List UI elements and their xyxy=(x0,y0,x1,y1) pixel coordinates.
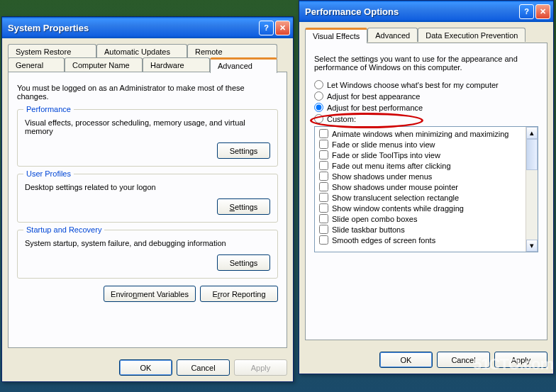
tab-automatic-updates[interactable]: Automatic Updates xyxy=(96,44,187,58)
tab-dep[interactable]: Data Execution Prevention xyxy=(418,28,526,42)
checklist-items: Animate windows when minimizing and maxi… xyxy=(315,127,526,252)
group-title: User Profiles xyxy=(23,169,74,178)
tab-hardware[interactable]: Hardware xyxy=(143,57,210,72)
titlebar[interactable]: System Properties ? ✕ xyxy=(2,17,293,38)
dialog-buttons: OK Cancel Apply xyxy=(299,346,553,374)
group-desc: Desktop settings related to your logon xyxy=(25,183,270,191)
dialog-body: Visual Effects Advanced Data Execution P… xyxy=(299,22,553,346)
tab-content: You must be logged on as an Administrato… xyxy=(8,72,287,348)
titlebar[interactable]: Performance Options ? ✕ xyxy=(299,1,553,22)
list-item[interactable]: Show translucent selection rectangle xyxy=(316,192,524,203)
list-item-label: Slide open combo boxes xyxy=(332,215,417,223)
list-item-label: Animate windows when minimizing and maxi… xyxy=(332,130,508,138)
instruction-text: Select the settings you want to use for … xyxy=(314,55,538,72)
tab-general[interactable]: General xyxy=(8,57,65,72)
radio-input[interactable] xyxy=(314,114,323,123)
apply-button[interactable]: Apply xyxy=(494,352,547,368)
tab-computer-name[interactable]: Computer Name xyxy=(65,57,143,72)
help-icon[interactable]: ? xyxy=(259,21,274,35)
dialog-buttons: OK Cancel Apply xyxy=(2,354,293,381)
error-reporting-button[interactable]: Error Reporting xyxy=(200,286,278,302)
scroll-down-icon[interactable]: ▾ xyxy=(526,240,538,252)
list-item[interactable]: Smooth edges of screen fonts xyxy=(316,235,524,245)
list-item[interactable]: Fade or slide menus into view xyxy=(316,139,524,150)
list-item-label: Fade out menu items after clicking xyxy=(332,162,451,170)
scroll-thumb[interactable] xyxy=(526,139,538,170)
tab-strip: Visual Effects Advanced Data Execution P… xyxy=(305,28,547,43)
list-item[interactable]: Fade out menu items after clicking xyxy=(316,160,524,171)
list-item[interactable]: Slide open combo boxes xyxy=(316,213,524,224)
list-item[interactable]: Show shadows under mouse pointer xyxy=(316,181,524,192)
list-item[interactable]: Slide taskbar buttons xyxy=(316,224,524,235)
tab-content: Select the settings you want to use for … xyxy=(305,43,547,340)
help-icon[interactable]: ? xyxy=(519,4,534,19)
list-item-label: Fade or slide ToolTips into view xyxy=(332,151,440,159)
list-item-label: Show shadows under menus xyxy=(332,172,432,181)
checkbox-input[interactable] xyxy=(319,193,328,202)
list-item-label: Fade or slide menus into view xyxy=(332,140,435,149)
group-title: Performance xyxy=(23,105,74,113)
ok-button[interactable]: OK xyxy=(379,352,433,368)
radio-input[interactable] xyxy=(314,91,323,101)
checkbox-input[interactable] xyxy=(319,140,328,149)
title-text: Performance Options xyxy=(305,6,518,17)
effects-checklist: Animate windows when minimizing and maxi… xyxy=(314,126,538,252)
tab-strip: System Restore Automatic Updates Remote … xyxy=(8,44,287,72)
list-item-label: Slide taskbar buttons xyxy=(332,225,405,234)
checkbox-input[interactable] xyxy=(319,150,328,159)
performance-options-dialog: Performance Options ? ✕ Visual Effects A… xyxy=(299,0,554,374)
tab-advanced[interactable]: Advanced xyxy=(367,28,418,42)
environment-variables-button[interactable]: Environment Variables xyxy=(104,286,196,302)
list-item-label: Show window contents while dragging xyxy=(332,204,464,213)
performance-settings-button[interactable]: Settings xyxy=(217,142,270,159)
group-desc: System startup, system failure, and debu… xyxy=(25,239,270,247)
cancel-button[interactable]: Cancel xyxy=(177,359,230,376)
checkbox-input[interactable] xyxy=(319,129,328,138)
list-item-label: Show shadows under mouse pointer xyxy=(332,183,458,191)
startup-settings-button[interactable]: Settings xyxy=(217,254,270,271)
checkbox-input[interactable] xyxy=(319,214,328,223)
radio-input[interactable] xyxy=(314,103,323,112)
list-item[interactable]: Animate windows when minimizing and maxi… xyxy=(316,128,524,139)
tab-system-restore[interactable]: System Restore xyxy=(8,44,96,58)
tab-remote[interactable]: Remote xyxy=(187,44,277,58)
checkbox-input[interactable] xyxy=(319,182,328,191)
title-text: System Properties xyxy=(8,23,257,33)
checkbox-input[interactable] xyxy=(319,203,328,213)
checkbox-input[interactable] xyxy=(319,235,328,245)
system-properties-dialog: System Properties ? ✕ System Restore Aut… xyxy=(1,16,294,382)
list-item-label: Smooth edges of screen fonts xyxy=(332,236,435,245)
radio-custom[interactable]: Custom: xyxy=(314,114,538,123)
checkbox-input[interactable] xyxy=(319,225,328,234)
radio-input[interactable] xyxy=(314,80,323,89)
list-item-label: Show translucent selection rectangle xyxy=(332,194,459,202)
scroll-track[interactable] xyxy=(526,170,538,240)
list-item[interactable]: Fade or slide ToolTips into view xyxy=(316,150,524,160)
group-title: Startup and Recovery xyxy=(23,225,104,234)
user-profiles-settings-button[interactable]: Settings xyxy=(217,198,270,215)
scrollbar[interactable]: ▴ ▾ xyxy=(526,127,538,252)
cancel-button[interactable]: Cancel xyxy=(437,352,490,368)
close-icon[interactable]: ✕ xyxy=(275,21,290,35)
ok-button[interactable]: OK xyxy=(119,359,172,376)
group-user-profiles: User Profiles Desktop settings related t… xyxy=(17,174,278,223)
tab-advanced[interactable]: Advanced xyxy=(210,57,277,73)
radio-let-windows-choose[interactable]: Let Windows choose what's best for my co… xyxy=(314,80,538,89)
scroll-up-icon[interactable]: ▴ xyxy=(526,127,538,139)
radio-best-performance[interactable]: Adjust for best performance xyxy=(314,103,538,112)
group-startup-recovery: Startup and Recovery System startup, sys… xyxy=(17,230,278,279)
dialog-body: System Restore Automatic Updates Remote … xyxy=(2,38,293,354)
tab-visual-effects[interactable]: Visual Effects xyxy=(305,28,367,43)
group-performance: Performance Visual effects, processor sc… xyxy=(17,109,278,167)
radio-best-appearance[interactable]: Adjust for best appearance xyxy=(314,91,538,101)
list-item[interactable]: Show window contents while dragging xyxy=(316,203,524,213)
checkbox-input[interactable] xyxy=(319,172,328,181)
admin-instruction: You must be logged on as an Administrato… xyxy=(17,84,278,101)
group-desc: Visual effects, processor scheduling, me… xyxy=(25,118,270,135)
apply-button: Apply xyxy=(234,359,287,376)
close-icon[interactable]: ✕ xyxy=(535,4,550,19)
checkbox-input[interactable] xyxy=(319,161,328,170)
list-item[interactable]: Show shadows under menus xyxy=(316,171,524,181)
